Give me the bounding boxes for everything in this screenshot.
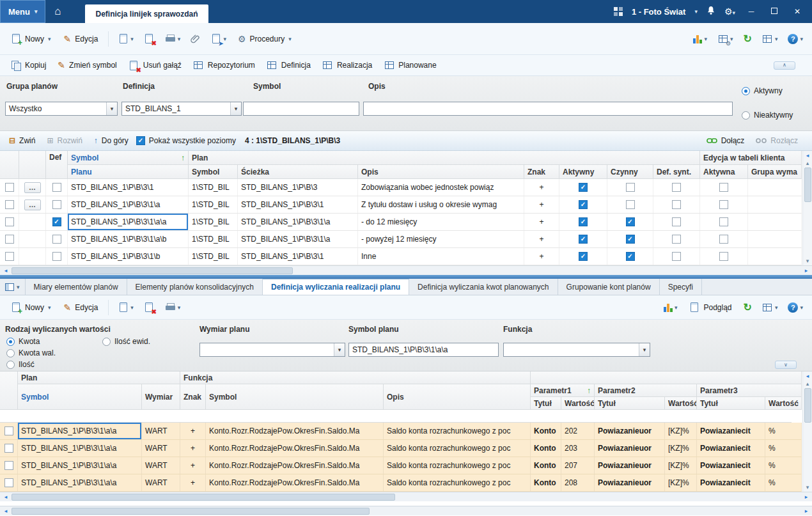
settings-button[interactable]: ⚙▾ xyxy=(724,6,735,17)
scroll-left-icon[interactable]: ◂ xyxy=(806,152,809,159)
chevron-down-icon[interactable]: ▾ xyxy=(106,102,117,115)
realization-row[interactable]: ✓STD_BILANS_1\P\B\3\1\a\aWART+Konto.Rozr… xyxy=(0,457,802,474)
symbol-input[interactable] xyxy=(243,102,359,116)
header-symbol[interactable]: Symbol xyxy=(18,384,142,410)
header-edit-active[interactable]: Aktywna xyxy=(700,165,748,179)
ilosc-ewid-radio[interactable]: Ilość ewid. xyxy=(102,337,150,346)
collapse-all-button[interactable]: ⊟Zwiń xyxy=(5,135,39,146)
checkbox[interactable]: ✓ xyxy=(626,252,635,261)
planned-button[interactable]: Planowane xyxy=(379,58,441,74)
delete-button[interactable]: ✖ xyxy=(140,31,159,47)
inactive-radio[interactable]: Nieaktywny xyxy=(742,111,793,120)
show-all-levels-checkbox[interactable]: ✓ xyxy=(136,136,145,145)
realization-row[interactable]: ✓STD_BILANS_1\P\B\3\1\a\aWART+Konto.Rozr… xyxy=(0,423,802,440)
scroll-right-icon[interactable]: ▸ xyxy=(802,507,811,515)
realization-row[interactable]: ✓STD_BILANS_1\P\B\3\1\a\aWART+Konto.Rozr… xyxy=(0,474,802,492)
help-button[interactable]: ?▾ xyxy=(784,300,807,315)
view-settings-button[interactable]: ⚙▾ xyxy=(714,31,737,47)
checkbox[interactable]: ✓ xyxy=(719,183,728,192)
chart-button[interactable]: ▾ xyxy=(689,32,711,46)
print-button[interactable]: ▾ xyxy=(161,299,185,315)
scroll-up-icon[interactable]: ▴ xyxy=(806,160,809,166)
scroll-thumb[interactable] xyxy=(12,508,370,515)
tab-elementy[interactable]: Elementy planów konsolidacyjnych xyxy=(127,279,263,295)
grid-settings-button[interactable]: ▾ xyxy=(758,299,782,315)
checkbox[interactable]: ✓ xyxy=(52,235,61,244)
detach-button[interactable]: Rozłącz xyxy=(752,135,802,146)
refresh-button[interactable]: ↻ xyxy=(740,30,756,47)
company-selector[interactable]: 1 - Foto Świat xyxy=(632,7,686,17)
delete-button[interactable]: ✖ xyxy=(140,299,159,315)
checkbox[interactable]: ✓ xyxy=(4,444,13,453)
header-sign[interactable]: Znak xyxy=(524,165,559,179)
scroll-left-icon[interactable]: ◂ xyxy=(806,373,809,379)
repository-button[interactable]: Repozytorium xyxy=(188,58,260,74)
header-p2-title[interactable]: Tytuł xyxy=(595,397,665,410)
scroll-left-icon[interactable]: ◂ xyxy=(1,267,10,274)
header-desc[interactable]: Opis xyxy=(384,384,531,410)
definition-button[interactable]: Definicja xyxy=(262,58,316,74)
checkbox[interactable]: ✓ xyxy=(672,235,681,244)
tab-definicja-kwot[interactable]: Definicja wyliczania kwot planowanych xyxy=(409,279,558,295)
chevron-down-icon[interactable]: ▾ xyxy=(694,8,698,15)
header-p1-title[interactable]: Tytuł xyxy=(531,397,561,410)
checkbox[interactable]: ✓ xyxy=(579,235,588,244)
checkbox[interactable]: ✓ xyxy=(579,200,588,209)
checkbox[interactable]: ✓ xyxy=(579,183,588,192)
tab-grupowanie[interactable]: Grupowanie kont planów xyxy=(558,279,660,295)
checkbox[interactable]: ✓ xyxy=(626,183,635,192)
expand-button[interactable]: … xyxy=(24,182,41,193)
plan-row[interactable]: ✓✓STD_BILANS_1\P\B\3\1\b1\STD_BILSTD_BIL… xyxy=(0,248,802,265)
checkbox[interactable]: ✓ xyxy=(672,200,681,209)
checkbox[interactable]: ✓ xyxy=(626,200,635,209)
kwota-radio[interactable]: Kwota xyxy=(6,337,40,346)
scroll-thumb[interactable] xyxy=(804,388,811,423)
print-button[interactable]: ▾ xyxy=(161,31,185,47)
header-param3[interactable]: Parametr3 xyxy=(697,384,802,397)
checkbox[interactable]: ✓ xyxy=(52,200,61,209)
checkbox[interactable]: ✓ xyxy=(5,235,14,244)
checkbox[interactable]: ✓ xyxy=(626,235,635,244)
active-radio[interactable]: Aktywny xyxy=(742,86,783,95)
function-select[interactable]: ▾ xyxy=(503,343,650,357)
header-p3-value[interactable]: Wartość xyxy=(765,397,802,410)
checkbox[interactable]: ✓ xyxy=(719,200,728,209)
change-symbol-button[interactable]: ✎Zmień symbol xyxy=(52,58,121,73)
delete-branch-button[interactable]: ✖Usuń gałąź xyxy=(123,58,187,74)
header-def[interactable]: Def xyxy=(46,151,68,179)
realization-row[interactable]: ✓STD_BILANS_1\P\B\3\1\a\aWART+Konto.Rozr… xyxy=(0,440,802,457)
header-active[interactable]: Aktywny xyxy=(559,165,607,179)
checkbox[interactable]: ✓ xyxy=(579,217,588,226)
checkbox[interactable]: ✓ xyxy=(4,426,13,435)
plan-row[interactable]: ✓…✓STD_BILANS_1\P\B\3\1\a1\STD_BILSTD_BI… xyxy=(0,196,802,214)
copy-button[interactable]: Kopiuj xyxy=(5,58,51,74)
checkbox[interactable]: ✓ xyxy=(5,183,14,192)
close-button[interactable]: ✕ xyxy=(790,7,804,16)
window-tab[interactable]: Definicja linijek sprawozdań xyxy=(85,4,208,23)
scroll-down-icon[interactable]: ▾ xyxy=(806,484,809,490)
grid-settings-button[interactable]: ▾ xyxy=(758,31,782,47)
realization-grid-vscrollbar[interactable]: ◂ ▴ ▾ xyxy=(802,371,812,492)
checkbox[interactable]: ✓ xyxy=(626,217,635,226)
home-button[interactable]: ⌂ xyxy=(45,0,70,23)
help-button[interactable]: ?▾ xyxy=(784,31,807,47)
menu-button[interactable]: Menu ▾ xyxy=(0,0,45,23)
attach-button[interactable]: Dołącz xyxy=(703,135,749,146)
realization-grid-hscrollbar[interactable]: ◂ ▸ xyxy=(0,492,812,501)
checkbox[interactable]: ✓ xyxy=(719,252,728,261)
scroll-thumb[interactable] xyxy=(12,494,395,501)
header-sign[interactable]: Znak xyxy=(180,384,206,410)
minimize-button[interactable]: ─ xyxy=(744,7,758,16)
edit-button[interactable]: ✎ Edycja xyxy=(59,31,104,47)
tab-definicja-realizacji[interactable]: Definicja wyliczania realizacji planu xyxy=(263,279,409,295)
ilosc-radio[interactable]: Ilość xyxy=(6,360,35,369)
expand-button[interactable]: … xyxy=(24,199,41,210)
checkbox[interactable]: ✓ xyxy=(52,183,61,192)
scroll-thumb[interactable] xyxy=(12,267,293,274)
header-function-symbol[interactable]: Symbol xyxy=(206,384,384,410)
definition-select[interactable]: STD_BILANS_1 ▾ xyxy=(121,102,242,116)
desc-input[interactable] xyxy=(363,102,733,116)
checkbox[interactable]: ✓ xyxy=(672,183,681,192)
checkbox[interactable]: ✓ xyxy=(672,252,681,261)
notifications-button[interactable] xyxy=(707,6,715,17)
